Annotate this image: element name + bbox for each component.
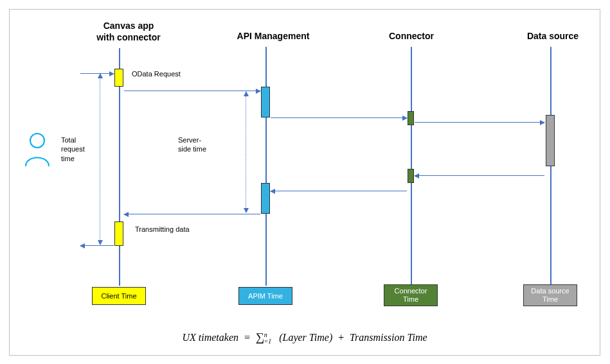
user-icon [22,132,52,168]
header-datasource: Data source [517,30,588,42]
activation-connector-bottom [408,169,414,183]
arrow-canvas-to-apim [124,91,260,91]
diagram-frame: Canvas app with connector API Management… [9,9,600,356]
lifeline-datasource [550,47,552,286]
formula: UX timetaken = ∑ni=1 (Layer Time) + Tran… [10,331,600,345]
activation-canvas-bottom [114,221,123,246]
footer-client-time: Client Time [92,287,146,305]
svg-point-0 [30,134,44,148]
header-connector: Connector [379,30,444,42]
label-odata-request: OData Request [132,70,181,78]
activation-apim-bottom [261,183,270,214]
arrow-datasource-to-connector [415,175,544,176]
label-transmitting: Transmitting data [135,225,190,233]
formula-eq: = [244,332,251,343]
arrow-connector-to-apim [271,191,407,191]
formula-term2: Transmission Time [350,332,427,343]
footer-connector-time: Connector Time [384,284,438,306]
arrow-connector-to-datasource [415,122,544,123]
formula-plus: + [337,332,345,343]
activation-datasource [546,115,555,166]
label-server-side-time: Server- side time [178,135,223,154]
activation-canvas-top [114,69,123,87]
arrow-canvas-to-user [80,245,114,246]
formula-term1: (Layer Time) [279,332,332,343]
formula-lhs: UX timetaken [182,332,238,343]
lifeline-apim [265,47,267,286]
header-canvas: Canvas app with connector [87,20,170,43]
span-server-side-time [246,92,246,212]
footer-apim-time: APIM Time [238,287,292,305]
header-apim: API Management [228,30,318,42]
formula-sum-lower: i=1 [262,338,272,345]
activation-connector-top [408,111,414,125]
footer-datasource-time: Data source Time [523,284,577,306]
activation-apim-top [261,87,270,117]
arrow-apim-to-canvas [124,214,260,214]
lifeline-connector [411,47,412,286]
arrow-apim-to-connector [271,117,407,118]
label-total-request-time: Total request time [61,135,96,163]
arrow-user-to-canvas [80,73,114,74]
span-total-request-time [100,74,100,245]
